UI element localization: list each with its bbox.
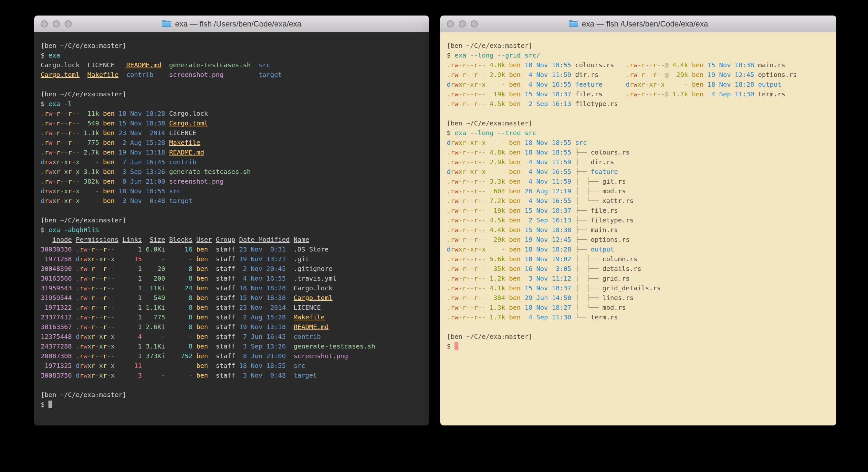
minimize-button[interactable]: [53, 20, 60, 28]
terminal-line: 31959544 .rw-r--r-- 1 549 8 ben staff 15…: [41, 293, 423, 303]
permission-char: r: [462, 90, 466, 98]
terminal-line: Cargo.toml Makefile contrib screenshot.p…: [41, 70, 423, 80]
permission-char: -: [466, 265, 470, 272]
permission-char: -: [72, 148, 75, 156]
minimize-button[interactable]: [459, 20, 466, 28]
terminal-text-segment: 4: [115, 333, 142, 341]
terminal-line: 30030336 .rw-r--r-- 1 6.0Ki 16 ben staff…: [41, 244, 423, 254]
terminal-text-segment: screenshot.png: [169, 177, 223, 185]
permission-char: x: [661, 81, 664, 88]
terminal-text-segment: Cargo.lock LICENCE: [41, 61, 126, 69]
terminal-content[interactable]: [ben ~/C/e/exa:master]$ exa --long --gri…: [440, 32, 836, 359]
terminal-text-segment: term.rs: [591, 313, 618, 321]
terminal-line: [41, 206, 423, 215]
permission-char: x: [470, 168, 474, 176]
permission-char: r: [474, 313, 478, 321]
permission-char: r: [56, 119, 60, 127]
permission-char: [72, 362, 75, 370]
permission-char: -: [466, 197, 470, 205]
terminal-text-segment: .travis.yml: [286, 274, 337, 282]
permission-char: r: [68, 177, 72, 185]
terminal-text-segment: [571, 255, 575, 263]
terminal-text-segment: 3 Nov 0:48: [115, 197, 165, 205]
terminal-text-segment: [119, 71, 126, 79]
terminal-text-segment: ben: [505, 303, 521, 311]
permission-char: .: [75, 245, 80, 253]
permission-char: x: [458, 139, 462, 146]
permission-char: w: [455, 148, 458, 156]
terminal-line: .rw-r--r-- 4.4k ben 15 Nov 18:38 ├── mai…: [447, 225, 830, 235]
permission-char: -: [107, 294, 111, 302]
close-button[interactable]: [41, 20, 48, 28]
permission-char: x: [75, 168, 80, 176]
terminal-text-segment: xattr.rs: [602, 197, 633, 205]
terminal-text-segment: 31959544: [41, 294, 72, 302]
terminal-text-segment: 3.3k: [486, 177, 505, 185]
terminal-text-segment: [165, 236, 169, 243]
terminal-text-segment: 549: [80, 119, 99, 127]
permission-char: -: [466, 284, 470, 292]
terminal-text-segment: 4 Nov 16:55: [521, 168, 571, 176]
terminal-text-segment: -: [165, 255, 192, 263]
terminal-text-segment: 604: [486, 187, 505, 195]
terminal-text-segment: 18 Nov 18:55: [235, 362, 286, 370]
terminal-text-segment: 8 Jun 21:00: [235, 352, 286, 360]
terminal-text-segment: ben: [99, 139, 115, 146]
permission-char: -: [482, 187, 486, 195]
permission-char: r: [56, 177, 60, 185]
permission-char: r: [474, 245, 478, 253]
permission-char: -: [661, 61, 664, 69]
permission-char: r: [451, 274, 455, 282]
permission-char: -: [482, 61, 486, 69]
terminal-text-segment: [119, 236, 122, 243]
permission-char: r: [103, 323, 107, 331]
permission-char: -: [470, 207, 474, 214]
permission-char: -: [95, 313, 99, 321]
terminal-text-segment: 15 Nov 18:38: [115, 119, 165, 127]
permission-char: -: [478, 168, 482, 176]
permission-char: .: [75, 265, 80, 272]
permission-char: r: [80, 274, 83, 282]
permission-char: x: [64, 197, 68, 205]
terminal-text-segment: [571, 313, 575, 321]
permission-char: -: [64, 119, 68, 127]
permission-char: -: [95, 265, 99, 272]
permission-char: r: [451, 81, 455, 88]
permission-char: -: [95, 352, 99, 360]
permission-char: x: [52, 197, 56, 205]
permission-char: [72, 313, 75, 321]
titlebar[interactable]: exa — fish /Users/ben/Code/exa/exa: [440, 16, 836, 32]
terminal-text-segment: 11: [115, 362, 142, 370]
permission-char: r: [462, 187, 466, 195]
terminal-text-segment: ben: [192, 245, 212, 253]
permission-char: r: [103, 303, 107, 311]
terminal-text-segment: 30163566: [41, 274, 72, 282]
terminal-text-segment: 15 Nov 18:37: [521, 284, 571, 292]
permission-char: x: [75, 187, 80, 195]
terminal-text-segment: [571, 187, 575, 195]
permission-char: x: [458, 168, 462, 176]
terminal-text-segment: contrib: [126, 71, 153, 79]
terminal-line: 30083756 drwxr-xr-x 3 - - ben staff 3 No…: [41, 371, 423, 380]
permission-char: w: [455, 216, 458, 224]
zoom-button[interactable]: [471, 20, 478, 28]
window-title-text: exa — fish /Users/ben/Code/exa/exa: [582, 20, 708, 28]
permission-char: r: [474, 236, 478, 243]
terminal-text-segment: $: [41, 226, 49, 234]
permission-char: .: [75, 313, 80, 321]
permission-char: .: [41, 110, 44, 117]
terminal-text-segment: ben: [505, 158, 521, 166]
terminal-text-segment: 8 Jun 21:00: [115, 177, 165, 185]
terminal-text-segment: Cargo.lock: [286, 284, 333, 292]
permission-char: -: [649, 90, 653, 98]
terminal-line: .rw-r--r-- 382k ben 8 Jun 21:00 screensh…: [41, 177, 423, 186]
titlebar[interactable]: exa — fish /Users/ben/Code/exa/exa: [34, 16, 429, 32]
permission-char: r: [44, 168, 49, 176]
terminal-text-segment: ben: [192, 284, 212, 292]
permission-char: -: [482, 294, 486, 302]
close-button[interactable]: [447, 20, 454, 28]
terminal-content[interactable]: [ben ~/C/e/exa:master]$ exaCargo.lock LI…: [34, 32, 429, 418]
permission-char: x: [470, 139, 474, 146]
terminal-text-segment: 19 Nov 12:45: [704, 71, 754, 79]
zoom-button[interactable]: [65, 20, 72, 28]
